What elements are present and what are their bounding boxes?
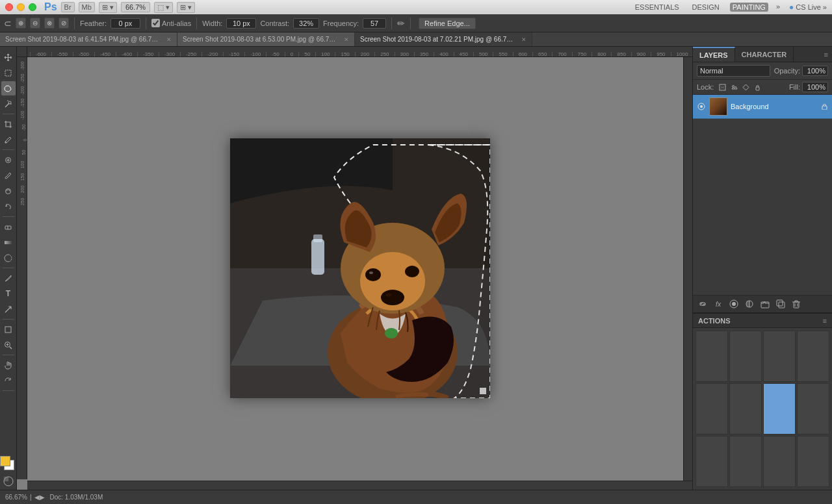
tab-close-1[interactable]: ✕	[344, 36, 349, 43]
fill-input[interactable]	[802, 82, 828, 92]
layer-thumbnail[interactable]	[709, 97, 727, 116]
hand-tool[interactable]	[1, 358, 16, 372]
lock-all-icon[interactable]	[753, 82, 762, 92]
minimize-button[interactable]	[17, 3, 25, 11]
feather-input[interactable]	[110, 18, 140, 29]
tab-layers[interactable]: LAYERS	[693, 47, 735, 62]
actions-panel-menu-icon[interactable]: ≡	[823, 317, 827, 325]
options-btn-2[interactable]: ⊖	[30, 18, 40, 29]
color-swatches[interactable]	[0, 456, 17, 473]
lock-image-icon[interactable]	[729, 82, 738, 92]
panel-collapse-icon[interactable]: ≡	[820, 47, 832, 62]
zoom-navigate-left[interactable]: ◀	[34, 494, 40, 501]
horizontal-scrollbar[interactable]	[27, 481, 692, 490]
options-btn-4[interactable]: ⊘	[58, 18, 69, 29]
blend-mode-select[interactable]: Normal Multiply Screen Overlay	[697, 65, 770, 77]
quick-mask-mode-button[interactable]	[3, 475, 14, 487]
zoom-display[interactable]: 66.7%	[121, 2, 150, 12]
ws-essentials[interactable]: ESSENTIALS	[632, 3, 682, 12]
bridge-icon[interactable]: Br	[61, 2, 75, 12]
svg-rect-37	[756, 87, 759, 90]
move-tool[interactable]	[1, 50, 16, 64]
eraser-tool[interactable]	[1, 220, 16, 234]
tab-close-2[interactable]: ✕	[521, 36, 526, 43]
action-item-11[interactable]	[763, 436, 796, 487]
blur-tool[interactable]	[1, 251, 16, 265]
action-item-4[interactable]	[797, 331, 829, 382]
action-item-10[interactable]	[729, 436, 762, 487]
brush-tool[interactable]	[1, 168, 16, 183]
action-item-3[interactable]	[763, 331, 796, 382]
screen-mode-icon[interactable]: ⬚ ▾	[154, 2, 173, 13]
foreground-color-swatch[interactable]	[0, 456, 10, 466]
clone-stamp-tool[interactable]	[1, 184, 16, 198]
ws-design[interactable]: DESIGN	[690, 3, 722, 12]
maximize-button[interactable]	[29, 3, 36, 11]
new-layer-icon[interactable]	[775, 298, 786, 310]
tab-0[interactable]: Screen Shot 2019-08-03 at 6.41.54 PM.jpg…	[0, 32, 177, 46]
lock-transparent-icon[interactable]	[718, 82, 727, 92]
zoom-navigate-right[interactable]: ▶	[40, 494, 45, 501]
pen-tool[interactable]	[1, 271, 16, 285]
canvas-area[interactable]: -600 -550 -500 -450 -400 -350 -300 -250 …	[17, 47, 692, 490]
type-tool[interactable]: T	[1, 286, 16, 301]
link-layers-icon[interactable]	[697, 298, 708, 310]
action-item-5[interactable]	[696, 383, 728, 435]
gradient-tool[interactable]	[1, 235, 16, 249]
arrange-icon[interactable]: ⊞ ▾	[177, 2, 195, 13]
shape-tool[interactable]	[1, 322, 16, 336]
zoom-percent: 66.67%	[5, 494, 27, 501]
zoom-tool[interactable]	[1, 338, 16, 352]
width-input[interactable]	[226, 18, 256, 29]
document-canvas-area[interactable]	[27, 57, 692, 479]
action-item-6[interactable]	[729, 383, 762, 435]
view-mode-icon[interactable]: ⊞ ▾	[99, 2, 117, 13]
marquee-tool[interactable]	[1, 66, 16, 80]
antialias-checkbox[interactable]	[151, 19, 160, 27]
vertical-scrollbar[interactable]	[683, 57, 692, 481]
action-item-7[interactable]	[763, 383, 796, 435]
layer-row-background[interactable]: Background	[693, 95, 832, 119]
new-group-icon[interactable]	[759, 298, 771, 310]
action-item-8[interactable]	[797, 383, 829, 435]
action-item-1[interactable]	[696, 331, 728, 382]
lock-position-icon[interactable]	[741, 82, 750, 92]
options-btn-1[interactable]: ⊕	[16, 18, 26, 29]
add-layer-style-icon[interactable]: fx	[712, 298, 724, 310]
options-btn-3[interactable]: ⊗	[44, 18, 55, 29]
refine-edge-button[interactable]: Refine Edge...	[419, 18, 476, 29]
tab-2[interactable]: Screen Shot 2019-08-03 at 7.02.21 PM.jpg…	[355, 32, 532, 46]
new-fill-adjustment-icon[interactable]	[744, 298, 755, 310]
action-item-2[interactable]	[729, 331, 762, 382]
tab-1[interactable]: Screen Shot 2019-08-03 at 6.53.00 PM.jpg…	[177, 32, 355, 46]
pen-pressure-icon[interactable]: ✏	[397, 18, 405, 29]
contrast-input[interactable]	[293, 18, 319, 29]
crop-tool[interactable]	[1, 117, 16, 131]
tab-label-1: Screen Shot 2019-08-03 at 6.53.00 PM.jpg…	[183, 36, 339, 43]
action-item-12[interactable]	[797, 436, 829, 487]
action-item-9[interactable]	[696, 436, 728, 487]
close-button[interactable]	[5, 3, 13, 11]
opacity-input[interactable]	[802, 66, 828, 76]
layer-visibility-icon[interactable]	[697, 102, 706, 111]
rotate-view-tool[interactable]	[1, 373, 16, 388]
eyedropper-tool[interactable]	[1, 132, 16, 147]
add-layer-mask-icon[interactable]	[728, 298, 740, 310]
ws-painting[interactable]: PAINTING	[730, 3, 768, 12]
history-brush-tool[interactable]	[1, 199, 16, 214]
document	[230, 138, 490, 398]
actions-panel: ACTIONS ≡	[693, 312, 832, 490]
svg-point-28	[381, 290, 404, 305]
path-selection-tool[interactable]	[1, 302, 16, 316]
lasso-tool[interactable]	[1, 81, 16, 95]
healing-tool[interactable]	[1, 153, 16, 167]
more-workspaces-icon[interactable]: »	[776, 3, 780, 12]
tab-character[interactable]: CHARACTER	[735, 47, 794, 62]
tab-close-0[interactable]: ✕	[166, 36, 172, 43]
ruler-tick: 500	[473, 52, 493, 57]
magic-wand-tool[interactable]	[1, 97, 16, 111]
minibrige-icon[interactable]: Mb	[79, 2, 95, 12]
cs-live-button[interactable]: ● CS Live »	[789, 3, 827, 12]
delete-layer-icon[interactable]	[790, 298, 802, 310]
frequency-input[interactable]	[363, 18, 386, 29]
